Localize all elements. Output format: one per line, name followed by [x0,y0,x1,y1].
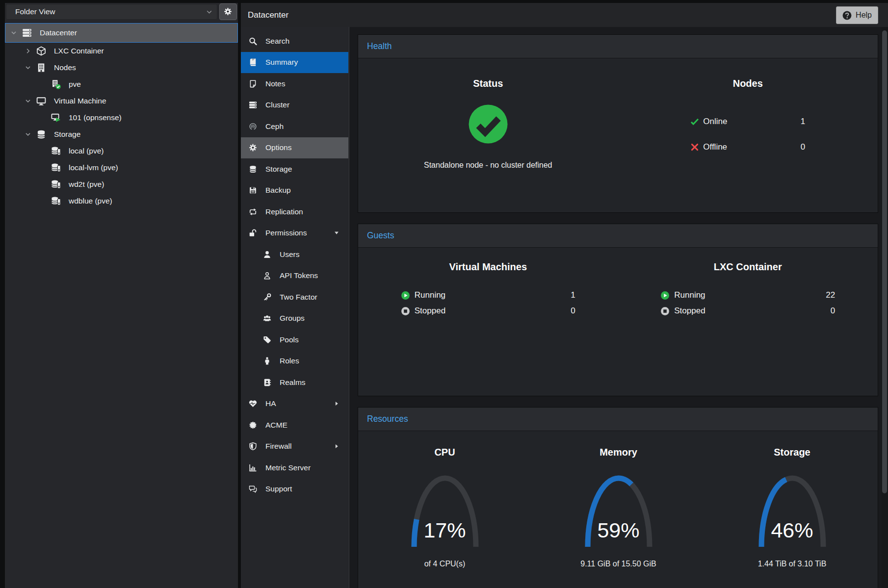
nav-item-groups[interactable]: Groups [241,308,348,329]
nav-item-pools[interactable]: Pools [241,329,348,350]
tree-item-wd2t-pve[interactable]: wd2t (pve) [5,176,238,193]
tree-item-pve[interactable]: pve [5,76,238,93]
nav-item-label: Search [265,37,289,46]
node-status-label: Online [703,117,727,127]
check-icon [690,117,699,126]
chevron-down-icon[interactable] [25,131,31,138]
caret-right-icon[interactable] [334,401,340,407]
nav-item-label: Replication [265,207,303,216]
tree-item-label: wdblue (pve) [69,197,112,205]
tree-item-local-pve[interactable]: local (pve) [5,143,238,159]
nav-item-label: HA [265,399,276,408]
tree-item-label: LXC Container [54,47,104,55]
nav-item-search[interactable]: Search [241,30,348,51]
tree-item-virtual-machine[interactable]: Virtual Machine [5,93,238,109]
book-icon [249,58,257,67]
guest-status-label: Running [674,290,705,300]
guest-status-label: Running [415,290,445,300]
gauge-detail: 9.11 GiB of 15.50 GiB [532,560,705,568]
nav-item-label: Pools [280,335,299,344]
tree-item-label: local-lvm (pve) [69,163,118,172]
resources-panel: Resources CPU17%of 4 CPU(s)Memory59%9.11… [358,407,878,588]
tree-item-label: Datacenter [40,28,77,37]
header-band: Datacenter Help [241,3,888,27]
play-circle-icon [401,291,410,300]
status-heading: Status [358,78,618,89]
proxmox-app: Folder View DatacenterLXC ContainerNodes… [0,0,888,588]
nav-item-cluster[interactable]: Cluster [241,95,348,116]
nav-item-metric-server[interactable]: Metric Server [241,457,348,478]
nav-item-firewall[interactable]: Firewall [241,436,348,457]
tree-item-local-lvm-pve[interactable]: local-lvm (pve) [5,159,238,176]
resource-title: Storage [705,447,879,458]
replication-icon [249,207,257,216]
tree-item-101-opnsense[interactable]: 101 (opnsense) [5,109,238,126]
view-mode-select[interactable]: Folder View [6,4,217,20]
nav-item-ceph[interactable]: Ceph [241,116,348,137]
seal-icon [249,421,257,429]
chevron-down-icon[interactable] [25,64,31,71]
nav-item-realms[interactable]: Realms [241,372,348,393]
nav-item-users[interactable]: Users [241,244,348,265]
nav-item-two-factor[interactable]: Two Factor [241,286,348,307]
nav-item-summary[interactable]: Summary [241,52,348,73]
nav-item-label: Realms [280,378,306,387]
chevron-right-icon[interactable] [25,48,31,54]
gauge-percent: 17% [358,518,531,542]
guests-panel-title: Guests [358,224,878,248]
tree-settings-button[interactable] [219,3,237,20]
resource-gauge-memory: Memory59%9.11 GiB of 15.50 GiB [532,431,705,588]
nav-item-permissions[interactable]: Permissions [241,223,348,244]
help-button[interactable]: Help [836,6,878,24]
guest-status-row-stopped: Stopped0 [401,304,575,318]
tree-item-label: wd2t (pve) [69,180,104,189]
gear-icon [249,144,257,152]
nav-item-ha[interactable]: HA [241,393,348,414]
health-status-section: Status Standalone node - no cluster defi… [358,58,618,213]
resource-tree: DatacenterLXC ContainerNodespveVirtual M… [5,23,238,209]
comments-icon [249,485,257,493]
guests-group-heading: LXC Container [618,261,878,273]
tree-item-nodes[interactable]: Nodes [5,59,238,76]
shield-icon [249,442,257,451]
guest-status-value: 22 [826,290,835,300]
person-icon [263,357,271,365]
database-icon [36,129,46,139]
nav-item-label: Backup [265,186,291,195]
tree-item-lxc-container[interactable]: LXC Container [5,43,238,59]
tree-item-label: pve [69,80,81,89]
nav-item-options[interactable]: Options [241,137,348,158]
users-icon [263,314,271,323]
nav-item-roles[interactable]: Roles [241,351,348,372]
caret-down-icon[interactable] [334,230,340,236]
resource-tree-panel: Folder View DatacenterLXC ContainerNodes… [5,3,238,588]
caret-right-icon[interactable] [334,443,340,449]
nav-item-notes[interactable]: Notes [241,73,348,94]
question-circle-icon [842,11,852,20]
nav-item-support[interactable]: Support [241,479,348,500]
gauge-detail: 1.44 TiB of 3.10 TiB [705,560,879,568]
resource-title: Memory [532,447,705,458]
nav-item-storage[interactable]: Storage [241,158,348,179]
nav-item-label: API Tokens [280,271,318,280]
nav-item-api-tokens[interactable]: API Tokens [241,265,348,286]
nav-item-backup[interactable]: Backup [241,180,348,201]
nav-item-label: Users [280,250,299,259]
gear-icon [224,7,232,16]
tree-item-label: Virtual Machine [54,97,106,105]
unlock-icon [249,229,257,237]
tree-item-datacenter[interactable]: Datacenter [5,23,238,43]
chevron-down-icon[interactable] [10,29,17,36]
nav-item-label: Summary [265,58,298,67]
nav-item-label: Roles [280,357,299,365]
nav-item-acme[interactable]: ACME [241,414,348,435]
scrollbar-thumb[interactable] [882,30,887,493]
nav-item-replication[interactable]: Replication [241,201,348,222]
key-icon [263,293,271,301]
tree-item-wdblue-pve[interactable]: wdblue (pve) [5,193,238,209]
chevron-down-icon[interactable] [25,98,31,104]
guest-status-row-running: Running22 [660,288,835,303]
nav-item-label: Notes [265,79,286,88]
node-status-value: 1 [801,117,805,127]
tree-item-storage[interactable]: Storage [5,126,238,143]
